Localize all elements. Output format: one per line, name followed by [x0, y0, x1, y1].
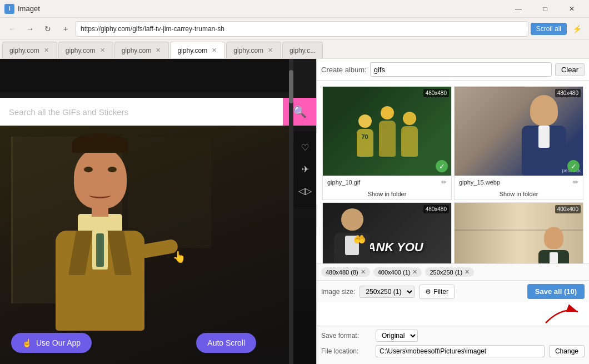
face: [74, 147, 127, 208]
image-check-1[interactable]: ✓: [436, 160, 448, 172]
tab-label-5: giphy.com: [233, 47, 263, 54]
player-number: 70: [357, 129, 373, 140]
save-all-button[interactable]: Save all (10): [527, 284, 585, 299]
filter-button[interactable]: ⚙ Filter: [419, 285, 455, 299]
extensions-button[interactable]: ⚡: [569, 21, 585, 37]
size-tag-400-remove[interactable]: ✕: [412, 268, 417, 276]
size-tag-480-label: 480x480 (8): [326, 269, 358, 276]
create-album-label: Create album:: [321, 66, 367, 74]
tab-close-4[interactable]: ✕: [211, 46, 218, 54]
tab-2[interactable]: giphy.com ✕: [58, 42, 113, 58]
scroll-track: [289, 59, 293, 364]
image-check-2[interactable]: ✓: [567, 160, 580, 172]
use-app-button[interactable]: ☝ Use Our App: [11, 333, 92, 353]
show-folder-button-2[interactable]: Show in folder: [455, 188, 583, 200]
album-name-input[interactable]: [370, 62, 552, 77]
tab-1[interactable]: giphy.com ✕: [2, 42, 57, 58]
eye-right: [108, 167, 117, 172]
image-grid: 70 480: [317, 81, 589, 263]
file-location-input[interactable]: [376, 345, 545, 357]
tab-label-1: giphy.com: [9, 47, 39, 54]
player3-body: [401, 126, 418, 157]
image-thumb-2: peacock 480x480 ✓: [455, 87, 583, 176]
size-tag-400: 400x400 (1) ✕: [373, 267, 422, 277]
new-tab-button[interactable]: +: [58, 21, 73, 37]
scroll-thumb[interactable]: [289, 70, 293, 103]
player-shape-1: 70: [357, 114, 373, 157]
michael-suit: [522, 126, 566, 176]
tab-4[interactable]: giphy.com ✕: [170, 42, 225, 58]
tab-close-5[interactable]: ✕: [267, 46, 274, 54]
change-button[interactable]: Change: [549, 345, 585, 357]
tab-6[interactable]: giphy.c...: [282, 42, 323, 58]
image-size-select[interactable]: 250x250 (1) 400x400 (1) 480x480 (8): [360, 286, 415, 298]
filename-2: giphy_15.webp: [459, 179, 500, 186]
hand-icon: ☝: [22, 338, 32, 347]
back-button[interactable]: ←: [4, 21, 20, 37]
album-bar: Create album: Clear: [317, 59, 589, 81]
scroll-all-button[interactable]: Scroll all: [531, 23, 567, 35]
size-tag-250-remove[interactable]: ✕: [465, 268, 470, 276]
close-button[interactable]: ✕: [559, 0, 585, 18]
forward-button[interactable]: →: [22, 21, 38, 37]
suit-jacket: 👆: [56, 231, 144, 331]
size-tag-480-remove[interactable]: ✕: [361, 268, 366, 276]
size-tag-480: 480x480 (8) ✕: [321, 267, 370, 277]
search-placeholder: Search all the GIFs and Stickers: [9, 107, 128, 117]
michael-scene: peacock: [455, 87, 583, 176]
heart-icon[interactable]: ♡: [301, 142, 309, 153]
webpage-search-area: Search all the GIFs and Stickers 🔍: [0, 98, 316, 126]
image-cell-3: 🤲 THANK YOU 480x480 ✓: [322, 202, 452, 263]
mouth: [89, 192, 111, 198]
refresh-button[interactable]: ↻: [40, 21, 56, 37]
player2-body: [379, 121, 396, 157]
share-icon[interactable]: ✈: [302, 164, 309, 174]
title-bar: I Imaget — □ ✕: [0, 0, 589, 18]
size-tag-250: 250x250 (1) ✕: [425, 267, 474, 277]
michael-head: [530, 95, 558, 126]
file-location-row: File location: Change: [321, 345, 585, 357]
maximize-button[interactable]: □: [532, 0, 558, 18]
app-title: Imaget: [18, 4, 506, 13]
tie: [96, 233, 104, 267]
tab-5[interactable]: giphy.com ✕: [226, 42, 281, 58]
file-location-label: File location:: [321, 347, 371, 355]
address-input[interactable]: [76, 21, 528, 37]
show-folder-button-1[interactable]: Show in folder: [323, 188, 451, 200]
tab-close-3[interactable]: ✕: [154, 46, 162, 54]
lapel-right: [107, 231, 132, 275]
search-icon: 🔍: [293, 105, 307, 118]
minimize-button[interactable]: —: [506, 0, 531, 18]
filename-1: giphy_10.gif: [327, 179, 360, 186]
image-thumb-4: 🚶 Oh! In case I don't sele va... 400x400…: [455, 203, 583, 263]
image-cell-1: 70 480: [322, 86, 452, 200]
app-icon-letter: I: [9, 6, 11, 12]
player-shape-2: [379, 106, 396, 157]
edit-icon-2[interactable]: ✏: [573, 178, 578, 186]
code-icon[interactable]: ◁▷: [298, 186, 312, 196]
michael-figure: [522, 95, 566, 176]
save-format-select[interactable]: Original JPG PNG WebP: [376, 330, 418, 342]
lapel-left: [68, 231, 93, 275]
hand-pointing: 👆: [172, 250, 186, 263]
app-icon: I: [4, 4, 14, 14]
tab-3[interactable]: giphy.com ✕: [114, 42, 169, 58]
image-cell-4: 🚶 Oh! In case I don't sele va... 400x400…: [454, 202, 583, 263]
webpage-header: [0, 59, 289, 92]
webpage-search-input[interactable]: Search all the GIFs and Stickers: [0, 98, 283, 126]
action-row: Image size: 250x250 (1) 400x400 (1) 480x…: [317, 280, 589, 302]
tab-close-1[interactable]: ✕: [43, 46, 50, 54]
image-dimensions-2: 480x480: [555, 89, 581, 97]
filter-label: Filter: [433, 288, 448, 296]
office-shirt: [550, 252, 558, 263]
image-dimensions-4: 400x400: [555, 205, 581, 213]
auto-scroll-button[interactable]: Auto Scroll: [196, 333, 256, 353]
tab-close-2[interactable]: ✕: [99, 46, 106, 54]
edit-icon-1[interactable]: ✏: [441, 178, 447, 186]
browser-panel: Search all the GIFs and Stickers 🔍: [0, 59, 317, 364]
office-person: [538, 227, 569, 263]
clear-button[interactable]: Clear: [555, 63, 585, 76]
right-panel: Create album: Clear 70: [317, 59, 589, 364]
save-format-row: Save format: Original JPG PNG WebP: [321, 330, 585, 342]
webpage-search-button[interactable]: 🔍: [283, 98, 316, 126]
